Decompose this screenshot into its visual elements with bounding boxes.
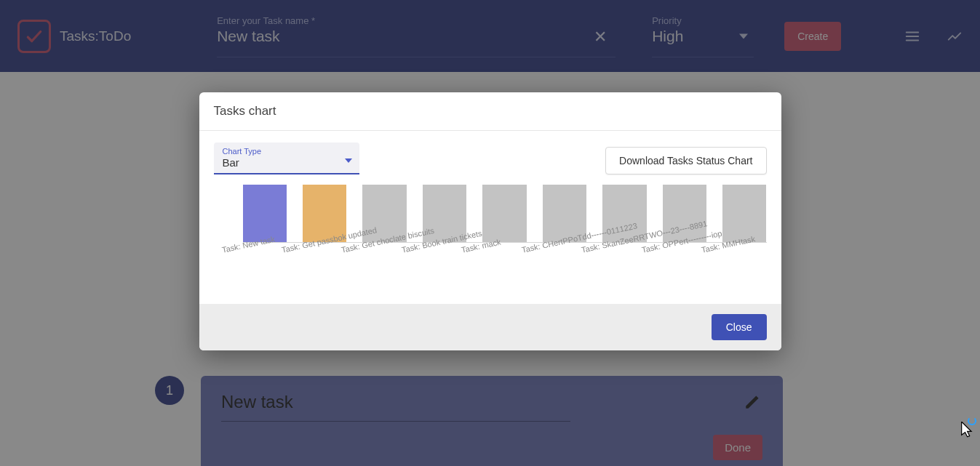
chart-bar — [722, 185, 766, 243]
close-button[interactable]: Close — [712, 314, 767, 340]
chart-bar — [482, 185, 526, 243]
chart-area: Task: New taskTask: Get passbok updatedT… — [243, 185, 767, 286]
chart-type-select[interactable]: Chart Type Bar — [214, 142, 359, 174]
chart-type-value: Bar — [223, 156, 351, 169]
chevron-down-icon — [345, 153, 352, 166]
modal-header: Tasks chart — [199, 92, 781, 131]
modal-body: Chart Type Bar Download Tasks Status Cha… — [199, 131, 781, 304]
chart-bar — [243, 185, 287, 243]
modal-overlay[interactable]: Tasks chart Chart Type Bar Download Task… — [0, 0, 980, 466]
tasks-chart-modal: Tasks chart Chart Type Bar Download Task… — [199, 92, 781, 350]
modal-controls: Chart Type Bar Download Tasks Status Cha… — [214, 142, 767, 174]
download-chart-button[interactable]: Download Tasks Status Chart — [605, 147, 766, 174]
modal-footer: Close — [199, 304, 781, 350]
modal-title: Tasks chart — [214, 104, 767, 118]
chart-type-label: Chart Type — [223, 147, 351, 156]
